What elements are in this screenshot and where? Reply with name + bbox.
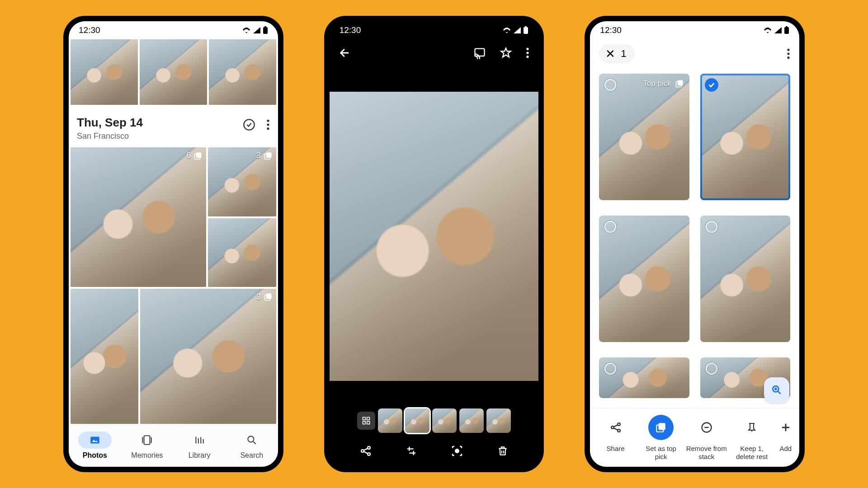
svg-rect-16 <box>525 26 527 28</box>
svg-rect-15 <box>524 27 528 34</box>
filmstrip-thumb[interactable] <box>432 408 457 433</box>
photo-thumb[interactable] <box>140 39 207 105</box>
share-icon[interactable] <box>359 445 372 457</box>
svg-rect-10 <box>266 294 272 299</box>
close-icon[interactable]: ✕ <box>605 48 615 60</box>
photo-stack[interactable]: 3 <box>208 147 276 216</box>
lens-icon[interactable] <box>450 444 464 458</box>
check-icon <box>705 78 718 92</box>
select-all-icon[interactable] <box>243 118 255 131</box>
more-icon[interactable] <box>526 47 529 59</box>
photo-thumb[interactable] <box>71 39 138 105</box>
svg-rect-8 <box>266 152 272 158</box>
nav-photos[interactable]: Photos <box>78 432 112 460</box>
svg-rect-17 <box>475 49 485 56</box>
status-time: 12:30 <box>340 25 361 35</box>
action-set-top-pick[interactable]: Set as top pick <box>640 415 682 461</box>
svg-point-31 <box>787 49 789 51</box>
svg-rect-29 <box>784 27 789 34</box>
delete-icon[interactable] <box>497 445 509 457</box>
action-add[interactable]: Add <box>777 415 795 453</box>
svg-rect-24 <box>367 422 370 424</box>
viewer-actions <box>330 435 539 467</box>
phone-library: 12:30 Thu, Sep 14 San Francisco <box>63 16 283 472</box>
edit-icon[interactable] <box>405 445 418 457</box>
stack-item[interactable]: Top pick <box>599 74 689 205</box>
status-bar: 12:30 <box>69 21 278 39</box>
svg-rect-13 <box>144 436 150 445</box>
svg-rect-0 <box>263 27 268 34</box>
viewer-toolbar <box>330 39 539 66</box>
grid-view-icon[interactable] <box>357 412 375 430</box>
action-remove-stack[interactable]: Remove from stack <box>686 415 727 461</box>
svg-rect-1 <box>264 26 266 28</box>
status-time: 12:30 <box>79 25 100 35</box>
svg-rect-23 <box>363 422 366 424</box>
stack-grid: Top pick <box>590 68 799 408</box>
favorite-icon[interactable] <box>500 47 512 59</box>
svg-rect-12 <box>90 436 99 443</box>
selection-bar: ✕ 1 <box>590 39 799 68</box>
stack-item[interactable] <box>700 216 790 347</box>
top-pick-badge: Top pick <box>643 79 684 88</box>
svg-rect-6 <box>196 152 202 158</box>
status-bar: 12:30 <box>330 21 539 39</box>
filmstrip-thumb[interactable] <box>486 408 511 433</box>
main-photo[interactable] <box>330 66 539 406</box>
stack-item[interactable] <box>700 74 790 205</box>
nav-search[interactable]: Search <box>235 432 269 460</box>
svg-point-3 <box>267 120 269 122</box>
svg-point-4 <box>267 123 269 126</box>
svg-point-18 <box>527 48 529 50</box>
svg-rect-30 <box>786 26 788 28</box>
svg-rect-40 <box>659 423 665 430</box>
nav-library[interactable]: Library <box>183 432 216 460</box>
svg-point-33 <box>787 56 789 59</box>
stack-item[interactable] <box>599 216 689 347</box>
photo-thumb[interactable] <box>208 218 276 287</box>
more-icon[interactable] <box>266 119 270 131</box>
photo-thumb[interactable] <box>209 39 276 105</box>
filmstrip-thumb[interactable] <box>378 408 402 433</box>
day-location: San Francisco <box>77 131 143 141</box>
photo-thumb[interactable] <box>71 289 138 424</box>
stack-item[interactable] <box>599 357 689 403</box>
status-time: 12:30 <box>600 25 622 35</box>
status-icons <box>763 26 789 34</box>
svg-point-20 <box>527 56 529 58</box>
photo-stack[interactable]: 3 <box>140 289 276 424</box>
phone-stack: 12:30 ✕ 1 Top pick <box>585 16 805 472</box>
svg-rect-21 <box>363 418 366 420</box>
svg-point-19 <box>527 52 529 54</box>
status-bar: 12:30 <box>590 21 799 39</box>
svg-rect-22 <box>367 418 370 420</box>
svg-point-2 <box>244 119 254 130</box>
zoom-button[interactable] <box>764 377 789 403</box>
action-keep-delete[interactable]: Keep 1, delete rest <box>731 415 773 461</box>
day-date: Thu, Sep 14 <box>77 116 143 130</box>
svg-point-28 <box>456 449 459 453</box>
cast-icon[interactable] <box>473 47 486 59</box>
photo-stack[interactable]: 6 <box>71 147 206 287</box>
phone-viewer: 12:30 <box>324 16 544 472</box>
svg-rect-34 <box>678 80 683 86</box>
stack-actions: Share Set as top pick Remove from stack … <box>590 408 799 467</box>
more-icon[interactable] <box>787 48 790 60</box>
selection-count: 1 <box>621 48 626 60</box>
status-icons <box>502 26 528 34</box>
status-icons <box>242 26 268 34</box>
bottom-nav: Photos Memories Library Search <box>69 424 278 467</box>
selection-chip[interactable]: ✕ 1 <box>599 44 634 63</box>
recent-row <box>69 39 278 105</box>
filmstrip-thumb[interactable] <box>459 408 484 433</box>
svg-point-14 <box>248 436 254 442</box>
nav-memories[interactable]: Memories <box>130 432 164 460</box>
action-share[interactable]: Share <box>595 415 637 453</box>
svg-point-5 <box>267 127 269 130</box>
filmstrip <box>330 406 539 435</box>
day-header: Thu, Sep 14 San Francisco <box>69 105 278 147</box>
back-icon[interactable] <box>339 47 351 59</box>
svg-point-32 <box>787 52 789 55</box>
filmstrip-thumb[interactable] <box>405 408 429 433</box>
